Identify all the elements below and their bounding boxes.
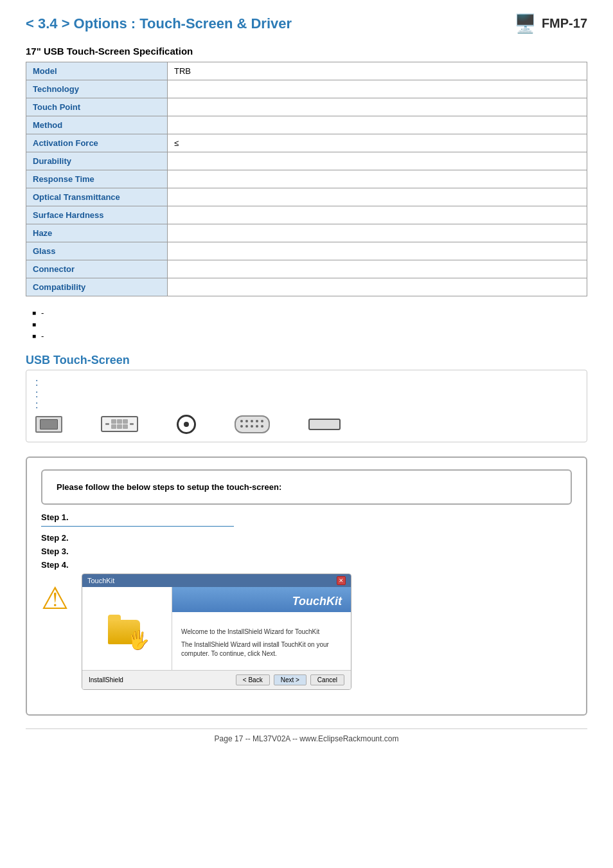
- usb-connectors: [35, 415, 578, 434]
- install-hand-icon: 🖐: [127, 629, 150, 651]
- step-2-label: Step 2.: [41, 533, 572, 543]
- touchkit-titlebar: TouchKit ✕: [82, 574, 351, 587]
- touchkit-footer: InstallShield < Back Next > Cancel: [82, 670, 351, 689]
- spec-value: TRB: [168, 62, 587, 80]
- spec-value: [168, 152, 587, 170]
- list-item: [32, 321, 587, 328]
- table-row: Method: [26, 116, 587, 134]
- spec-value: [168, 116, 587, 134]
- flat-connector: [308, 419, 341, 430]
- table-row: Optical Transmittance: [26, 188, 587, 206]
- touchkit-body: 🖐 TouchKit Welcome to the InstallShield …: [82, 587, 351, 670]
- spec-label: Response Time: [26, 170, 168, 188]
- spec-value: [168, 80, 587, 98]
- back-button[interactable]: < Back: [236, 674, 270, 685]
- usb-hub-connector: [101, 416, 138, 432]
- touchkit-brand: TouchKit: [181, 595, 342, 608]
- spec-section-title: 17" USB Touch-Screen Specification: [26, 46, 587, 57]
- spec-value: [168, 260, 587, 278]
- spec-label: Method: [26, 116, 168, 134]
- step-4-label: Step 4.: [41, 560, 572, 570]
- touchkit-sidebar: 🖐: [82, 587, 172, 670]
- spec-value: [168, 206, 587, 224]
- spec-value: [168, 278, 587, 296]
- spec-label: Touch Point: [26, 98, 168, 116]
- step-1-underline: [41, 526, 234, 527]
- spec-label: Glass: [26, 242, 168, 260]
- cancel-button[interactable]: Cancel: [310, 674, 344, 685]
- circle-connector: [177, 415, 196, 434]
- table-row: Touch Point: [26, 98, 587, 116]
- touchkit-window-title: TouchKit: [87, 577, 114, 584]
- spec-label: Connector: [26, 260, 168, 278]
- table-row: Activation Force≤: [26, 134, 587, 152]
- usb-diagram: : : :: [26, 370, 587, 442]
- list-item: -: [32, 308, 587, 318]
- list-item: -: [32, 331, 587, 341]
- bullet-list: --: [32, 308, 587, 341]
- page-footer: Page 17 -- ML37V02A -- www.EclipseRackmo…: [26, 728, 587, 743]
- touchkit-sub-text: The InstallShield Wizard will install To…: [181, 640, 342, 658]
- table-row: Haze: [26, 224, 587, 242]
- spec-label: Optical Transmittance: [26, 188, 168, 206]
- setup-intro: Please follow the below steps to setup t…: [41, 469, 572, 505]
- spec-label: Activation Force: [26, 134, 168, 152]
- table-row: Compatibility: [26, 278, 587, 296]
- touchkit-window: TouchKit ✕ 🖐 TouchKit Welcome to the Ins…: [82, 574, 351, 690]
- spec-label: Compatibility: [26, 278, 168, 296]
- table-row: Technology: [26, 80, 587, 98]
- spec-value: [168, 242, 587, 260]
- spec-value: [168, 170, 587, 188]
- spec-value: [168, 224, 587, 242]
- table-row: Connector: [26, 260, 587, 278]
- touchkit-close-button[interactable]: ✕: [337, 576, 346, 585]
- usb-a-connector: [35, 416, 62, 433]
- table-row: Durability: [26, 152, 587, 170]
- spec-value: [168, 188, 587, 206]
- spec-label: Model: [26, 62, 168, 80]
- oval-connector: [235, 415, 270, 433]
- install-icon: 🖐: [105, 606, 150, 651]
- spec-value: ≤: [168, 134, 587, 152]
- spec-label: Technology: [26, 80, 168, 98]
- usb-dots: : : :: [35, 377, 578, 411]
- usb-section-title: USB Touch-Screen: [26, 354, 587, 367]
- next-button[interactable]: Next >: [274, 674, 306, 685]
- table-row: ModelTRB: [26, 62, 587, 80]
- bottom-section: ⚠ TouchKit ✕ 🖐 TouchKit Welcome to the I…: [41, 574, 572, 690]
- spec-value: [168, 98, 587, 116]
- monitor-icon: 🖥️: [514, 13, 537, 34]
- touchkit-content: TouchKit Welcome to the InstallShield Wi…: [172, 587, 351, 670]
- spec-table: ModelTRBTechnologyTouch PointMethodActiv…: [26, 62, 587, 296]
- spec-label: Surface Hardness: [26, 206, 168, 224]
- step-3-label: Step 3.: [41, 547, 572, 556]
- spec-label: Haze: [26, 224, 168, 242]
- warning-icon: ⚠: [41, 580, 69, 616]
- install-shield-label: InstallShield: [89, 676, 123, 683]
- step-1-label: Step 1.: [41, 512, 572, 522]
- table-row: Response Time: [26, 170, 587, 188]
- setup-box: Please follow the below steps to setup t…: [26, 457, 587, 716]
- page-model: FMP-17: [542, 16, 587, 31]
- page-header: < 3.4 > Options : Touch-Screen & Driver …: [26, 13, 587, 34]
- spec-label: Durability: [26, 152, 168, 170]
- table-row: Glass: [26, 242, 587, 260]
- touchkit-welcome-text: Welcome to the InstallShield Wizard for …: [181, 628, 342, 637]
- touchkit-buttons: < Back Next > Cancel: [236, 674, 344, 685]
- page-title: < 3.4 > Options : Touch-Screen & Driver: [26, 15, 292, 32]
- table-row: Surface Hardness: [26, 206, 587, 224]
